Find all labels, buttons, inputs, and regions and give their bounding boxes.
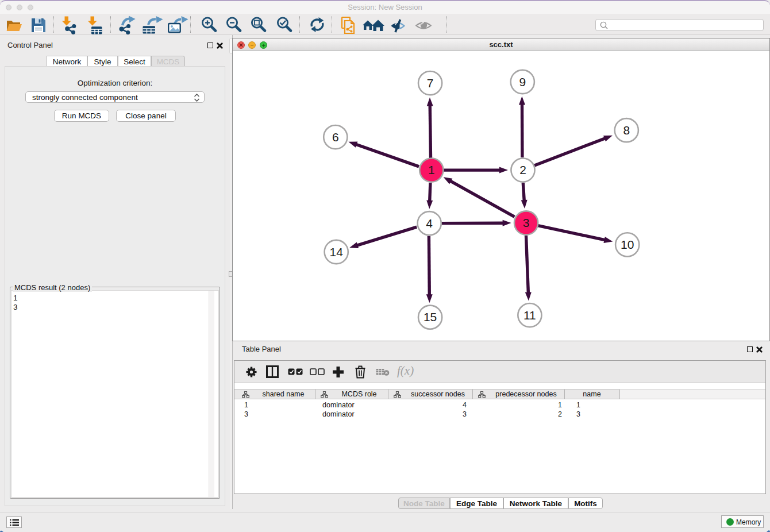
svg-text:4: 4: [426, 217, 433, 230]
svg-text:11: 11: [523, 309, 536, 322]
svg-text:1: 1: [428, 163, 435, 176]
svg-text:8: 8: [623, 124, 630, 137]
svg-text:15: 15: [424, 310, 437, 323]
svg-text:6: 6: [332, 130, 339, 144]
svg-text:3: 3: [523, 216, 530, 229]
svg-text:9: 9: [519, 75, 526, 88]
svg-text:14: 14: [330, 245, 344, 259]
svg-text:2: 2: [519, 163, 526, 176]
svg-text:10: 10: [621, 238, 634, 251]
svg-text:7: 7: [427, 76, 434, 90]
